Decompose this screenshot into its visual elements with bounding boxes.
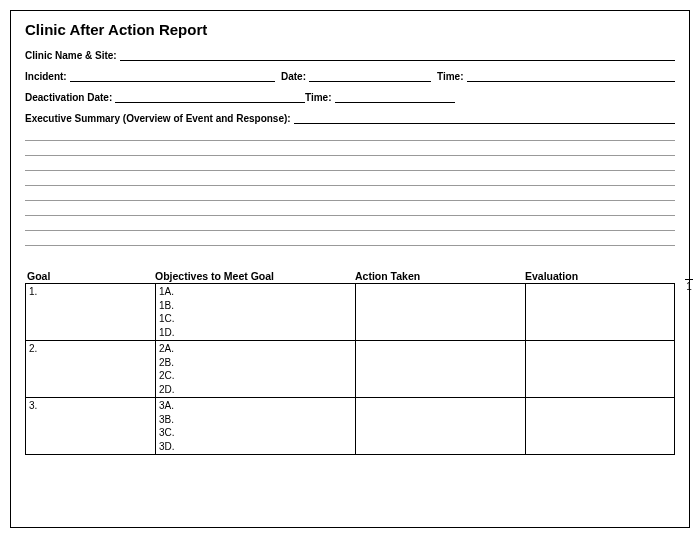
incident-label: Incident: [25,71,67,82]
clinic-name-label: Clinic Name & Site: [25,50,117,61]
table-header-row: Goal Objectives to Meet Goal Action Take… [25,270,675,282]
objective-line: 1D. [159,326,352,340]
summary-row: Executive Summary (Overview of Event and… [25,113,675,124]
incident-row: Incident: Date: Time: [25,71,675,82]
date-label: Date: [281,71,306,82]
summary-line[interactable] [25,156,675,171]
cell-objectives[interactable]: 3A.3B.3C.3D. [156,398,356,455]
objective-line: 3C. [159,426,352,440]
summary-line[interactable] [25,216,675,231]
objective-line: 3A. [159,399,352,413]
summary-line[interactable] [25,126,675,141]
cell-action[interactable] [356,398,526,455]
time-label: Time: [437,71,464,82]
cell-action[interactable] [356,341,526,398]
deactivation-time-label: Time: [305,92,332,103]
cell-goal[interactable]: 3. [26,398,156,455]
objective-line: 2D. [159,383,352,397]
date-input[interactable] [309,81,431,82]
summary-line[interactable] [25,141,675,156]
objective-line: 3B. [159,413,352,427]
goal-table: 1.1A.1B.1C.1D.2.2A.2B.2C.2D.3.3A.3B.3C.3… [25,283,675,455]
deactivation-row: Deactivation Date: Time: [25,92,675,103]
cell-objectives[interactable]: 1A.1B.1C.1D. [156,284,356,341]
deactivation-date-input[interactable] [115,102,305,103]
cell-objectives[interactable]: 2A.2B.2C.2D. [156,341,356,398]
cell-evaluation[interactable] [526,341,675,398]
summary-line[interactable] [25,186,675,201]
summary-line[interactable] [25,231,675,246]
summary-label: Executive Summary (Overview of Event and… [25,113,291,124]
objective-line: 1C. [159,312,352,326]
summary-lines[interactable] [25,126,675,246]
objective-line: 2B. [159,356,352,370]
document-page: Clinic After Action Report Clinic Name &… [10,10,690,528]
table-row: 1.1A.1B.1C.1D. [26,284,675,341]
objective-line: 3D. [159,440,352,454]
table-row: 3.3A.3B.3C.3D. [26,398,675,455]
incident-input[interactable] [70,81,275,82]
objective-line: 1B. [159,299,352,313]
clinic-name-row: Clinic Name & Site: [25,50,675,61]
header-goal: Goal [25,270,155,282]
summary-line[interactable] [25,201,675,216]
cell-evaluation[interactable] [526,398,675,455]
header-evaluation: Evaluation [525,270,675,282]
cell-goal[interactable]: 2. [26,341,156,398]
time-input[interactable] [467,81,676,82]
page-number: 1 [685,279,693,292]
clinic-name-input[interactable] [120,60,675,61]
page-title: Clinic After Action Report [25,21,675,38]
deactivation-date-label: Deactivation Date: [25,92,112,103]
objective-line: 1A. [159,285,352,299]
summary-first-line[interactable] [294,123,675,124]
table-row: 2.2A.2B.2C.2D. [26,341,675,398]
header-action: Action Taken [355,270,525,282]
header-objectives: Objectives to Meet Goal [155,270,355,282]
cell-evaluation[interactable] [526,284,675,341]
summary-line[interactable] [25,171,675,186]
cell-goal[interactable]: 1. [26,284,156,341]
deactivation-time-input[interactable] [335,102,456,103]
objective-line: 2C. [159,369,352,383]
goal-table-section: Goal Objectives to Meet Goal Action Take… [25,270,675,455]
objective-line: 2A. [159,342,352,356]
cell-action[interactable] [356,284,526,341]
